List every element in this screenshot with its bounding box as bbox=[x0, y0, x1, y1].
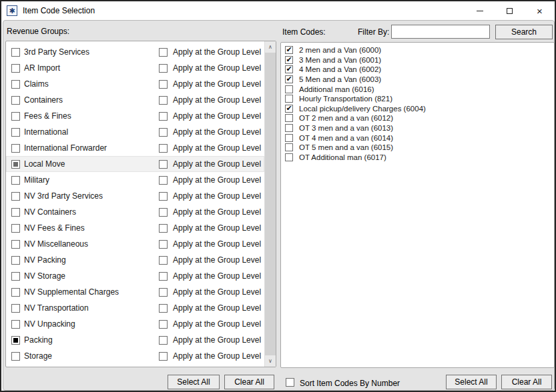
item-code-label[interactable]: Additional man (6016) bbox=[299, 85, 374, 93]
revenue-group-checkbox[interactable] bbox=[11, 144, 20, 153]
revenue-groups-clear-all-button[interactable]: Clear All bbox=[224, 375, 274, 389]
item-codes-clear-all-button[interactable]: Clear All bbox=[501, 375, 552, 389]
revenue-group-label[interactable]: 3rd Party Services bbox=[24, 47, 89, 57]
maximize-button[interactable] bbox=[495, 1, 525, 20]
item-code-label[interactable]: 2 men and a Van (6000) bbox=[299, 46, 381, 54]
item-code-checkbox[interactable]: ✔ bbox=[285, 56, 293, 64]
apply-group-level-checkbox[interactable] bbox=[159, 224, 168, 233]
item-code-label[interactable]: OT 5 men and a van (6015) bbox=[299, 143, 393, 151]
revenue-group-checkbox[interactable] bbox=[11, 304, 20, 313]
revenue-group-checkbox[interactable] bbox=[11, 112, 20, 121]
revenue-group-label[interactable]: NV Transportation bbox=[24, 303, 89, 313]
apply-group-level-label[interactable]: Apply at the Group Level bbox=[173, 191, 261, 201]
revenue-group-checkbox[interactable] bbox=[11, 256, 20, 265]
apply-group-level-label[interactable]: Apply at the Group Level bbox=[173, 47, 261, 57]
apply-group-level-label[interactable]: Apply at the Group Level bbox=[173, 63, 261, 73]
item-code-checkbox[interactable] bbox=[285, 134, 293, 142]
item-code-checkbox[interactable]: ✔ bbox=[285, 75, 293, 83]
revenue-group-label[interactable]: International Forwarder bbox=[24, 143, 107, 153]
apply-group-level-checkbox[interactable] bbox=[159, 192, 168, 201]
revenue-group-label[interactable]: NV Unpacking bbox=[24, 319, 75, 329]
revenue-group-checkbox[interactable] bbox=[11, 352, 20, 361]
apply-group-level-checkbox[interactable] bbox=[159, 80, 168, 89]
revenue-group-label[interactable]: NV Storage bbox=[24, 271, 65, 281]
item-code-label[interactable]: 5 Men and a Van (6003) bbox=[299, 75, 381, 83]
revenue-group-label[interactable]: NV Miscellaneous bbox=[24, 239, 88, 249]
revenue-groups-scrollbar[interactable]: ∧ ∨ bbox=[264, 41, 276, 367]
apply-group-level-checkbox[interactable] bbox=[159, 176, 168, 185]
apply-group-level-checkbox[interactable] bbox=[159, 240, 168, 249]
apply-group-level-label[interactable]: Apply at the Group Level bbox=[173, 79, 261, 89]
apply-group-level-label[interactable]: Apply at the Group Level bbox=[173, 223, 261, 233]
revenue-group-checkbox[interactable] bbox=[11, 288, 20, 297]
item-code-label[interactable]: 3 Men and a Van (6001) bbox=[299, 56, 381, 64]
revenue-group-label[interactable]: AR Import bbox=[24, 63, 60, 73]
revenue-group-label[interactable]: Military bbox=[24, 175, 49, 185]
revenue-group-label[interactable]: Packing bbox=[24, 335, 53, 345]
apply-group-level-checkbox[interactable] bbox=[159, 128, 168, 137]
item-code-label[interactable]: Hourly Transportation (821) bbox=[299, 95, 392, 103]
apply-group-level-label[interactable]: Apply at the Group Level bbox=[173, 271, 261, 281]
item-code-label[interactable]: Local pickup/delivery Charges (6004) bbox=[299, 105, 426, 113]
apply-group-level-label[interactable]: Apply at the Group Level bbox=[173, 111, 261, 121]
revenue-group-label[interactable]: NV Packing bbox=[24, 255, 66, 265]
revenue-group-checkbox[interactable] bbox=[11, 64, 20, 73]
close-button[interactable]: × bbox=[525, 1, 555, 20]
item-code-label[interactable]: OT 2 men and a van (6012) bbox=[299, 114, 393, 122]
apply-group-level-label[interactable]: Apply at the Group Level bbox=[173, 335, 261, 345]
item-code-label[interactable]: OT 3 men and a van (6013) bbox=[299, 124, 393, 132]
apply-group-level-checkbox[interactable] bbox=[159, 160, 168, 169]
apply-group-level-checkbox[interactable] bbox=[159, 256, 168, 265]
revenue-group-checkbox[interactable] bbox=[11, 336, 20, 345]
apply-group-level-label[interactable]: Apply at the Group Level bbox=[173, 351, 261, 361]
revenue-group-label[interactable]: NV Fees & Fines bbox=[24, 223, 85, 233]
revenue-group-checkbox[interactable] bbox=[11, 48, 20, 57]
revenue-group-label[interactable]: NV Supplemental Charges bbox=[24, 287, 119, 297]
apply-group-level-checkbox[interactable] bbox=[159, 304, 168, 313]
apply-group-level-label[interactable]: Apply at the Group Level bbox=[173, 303, 261, 313]
apply-group-level-checkbox[interactable] bbox=[159, 64, 168, 73]
apply-group-level-label[interactable]: Apply at the Group Level bbox=[173, 255, 261, 265]
item-code-checkbox[interactable] bbox=[285, 114, 293, 122]
search-button[interactable]: Search bbox=[495, 25, 553, 39]
revenue-group-checkbox[interactable] bbox=[11, 80, 20, 89]
item-code-checkbox[interactable] bbox=[285, 143, 293, 151]
revenue-group-label[interactable]: NV 3rd Party Services bbox=[24, 191, 103, 201]
revenue-group-label[interactable]: Local Move bbox=[24, 159, 65, 169]
apply-group-level-checkbox[interactable] bbox=[159, 352, 168, 361]
item-code-checkbox[interactable]: ✔ bbox=[285, 46, 293, 54]
item-code-checkbox[interactable]: ✔ bbox=[285, 65, 293, 73]
apply-group-level-label[interactable]: Apply at the Group Level bbox=[173, 239, 261, 249]
filter-input[interactable] bbox=[391, 25, 490, 39]
apply-group-level-checkbox[interactable] bbox=[159, 272, 168, 281]
scroll-up-icon[interactable]: ∧ bbox=[265, 41, 276, 53]
scrollbar-thumb[interactable] bbox=[265, 53, 276, 355]
apply-group-level-checkbox[interactable] bbox=[159, 288, 168, 297]
revenue-group-checkbox[interactable] bbox=[11, 240, 20, 249]
item-code-label[interactable]: OT 4 men and a van (6014) bbox=[299, 134, 393, 142]
revenue-group-label[interactable]: NV Containers bbox=[24, 207, 76, 217]
apply-group-level-checkbox[interactable] bbox=[159, 208, 168, 217]
apply-group-level-label[interactable]: Apply at the Group Level bbox=[173, 127, 261, 137]
scroll-down-icon[interactable]: ∨ bbox=[265, 355, 276, 367]
item-code-label[interactable]: OT Additional man (6017) bbox=[299, 153, 386, 161]
item-code-label[interactable]: 4 Men and a Van (6002) bbox=[299, 65, 381, 73]
item-code-checkbox[interactable] bbox=[285, 153, 293, 161]
apply-group-level-label[interactable]: Apply at the Group Level bbox=[173, 319, 261, 329]
item-codes-select-all-button[interactable]: Select All bbox=[446, 375, 497, 389]
apply-group-level-checkbox[interactable] bbox=[159, 112, 168, 121]
apply-group-level-label[interactable]: Apply at the Group Level bbox=[173, 143, 261, 153]
minimize-button[interactable] bbox=[465, 1, 495, 20]
apply-group-level-checkbox[interactable] bbox=[159, 320, 168, 329]
revenue-groups-select-all-button[interactable]: Select All bbox=[168, 375, 220, 389]
item-code-checkbox[interactable] bbox=[285, 85, 293, 93]
revenue-group-checkbox[interactable] bbox=[11, 128, 20, 137]
revenue-group-checkbox[interactable] bbox=[11, 176, 20, 185]
revenue-group-checkbox[interactable] bbox=[11, 160, 20, 169]
item-code-checkbox[interactable] bbox=[285, 95, 293, 103]
item-code-checkbox[interactable]: ✔ bbox=[285, 105, 293, 113]
revenue-group-label[interactable]: Fees & Fines bbox=[24, 111, 71, 121]
revenue-group-checkbox[interactable] bbox=[11, 96, 20, 105]
sort-item-codes-checkbox[interactable] bbox=[286, 378, 294, 387]
apply-group-level-label[interactable]: Apply at the Group Level bbox=[173, 159, 261, 169]
